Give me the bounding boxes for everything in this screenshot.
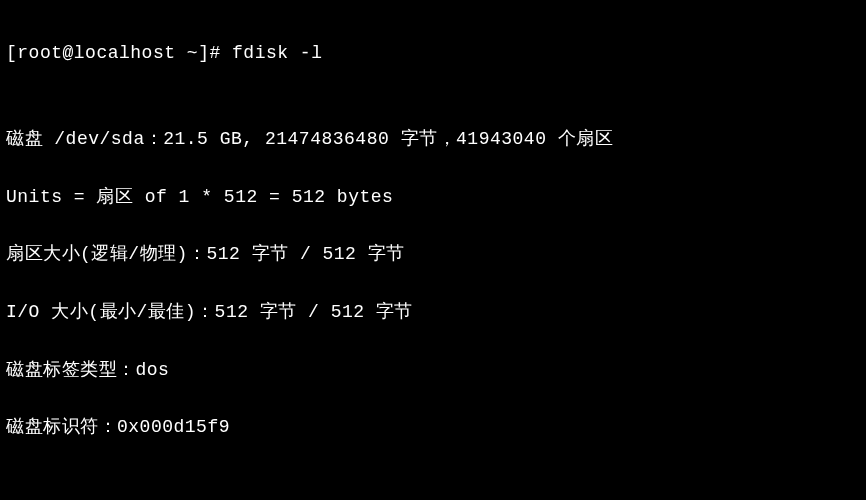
disk-sda-sector-size: 扇区大小(逻辑/物理)：512 字节 / 512 字节 bbox=[6, 240, 860, 269]
disk-sda-identifier: 磁盘标识符：0x000d15f9 bbox=[6, 413, 860, 442]
disk-sda-header: 磁盘 /dev/sda：21.5 GB, 21474836480 字节，4194… bbox=[6, 125, 860, 154]
disk-sda-io-size: I/O 大小(最小/最佳)：512 字节 / 512 字节 bbox=[6, 298, 860, 327]
disk-sda-units: Units = 扇区 of 1 * 512 = 512 bytes bbox=[6, 183, 860, 212]
command-prompt-line: [root@localhost ~]# fdisk -l bbox=[6, 39, 860, 68]
disk-sda-label-type: 磁盘标签类型：dos bbox=[6, 356, 860, 385]
terminal-output: [root@localhost ~]# fdisk -l 磁盘 /dev/sda… bbox=[6, 10, 860, 500]
